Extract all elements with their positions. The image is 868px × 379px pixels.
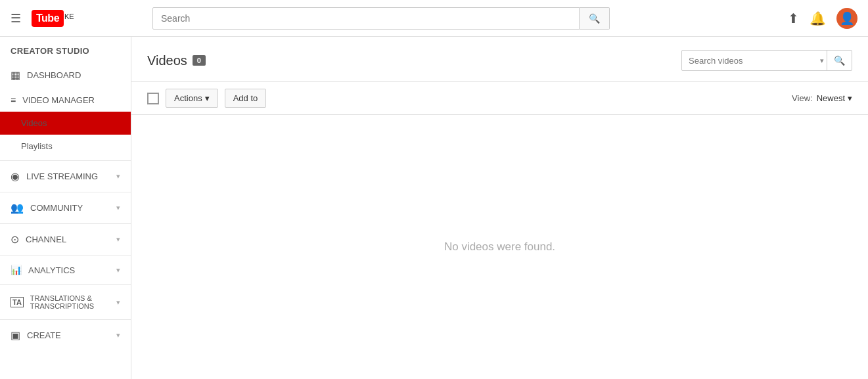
topnav-search: 🔍 (152, 7, 777, 30)
topnav: ☰ Tube KE 🔍 ⬆ 🔔 👤 (0, 0, 868, 37)
view-label: View: (792, 93, 813, 103)
sidebar-item-community[interactable]: 👥 COMMUNITY ▾ (0, 195, 131, 221)
sidebar-videos-label: Videos (21, 118, 120, 128)
sidebar-item-playlists[interactable]: Playlists (0, 135, 131, 158)
toolbar-right: View: Newest ▾ (792, 93, 852, 103)
sidebar-community-label: COMMUNITY (30, 203, 110, 213)
hamburger-icon[interactable]: ☰ (11, 11, 21, 26)
analytics-icon: 📊 (11, 265, 22, 275)
actions-chevron-icon: ▾ (205, 93, 210, 103)
yt-logo-box: Tube (32, 10, 64, 27)
sidebar: CREATOR STUDIO ▦ DASHBOARD ≡ VIDEO MANAG… (0, 37, 131, 379)
topnav-right: ⬆ 🔔 👤 (788, 8, 857, 29)
layout: CREATOR STUDIO ▦ DASHBOARD ≡ VIDEO MANAG… (0, 37, 868, 379)
sidebar-divider-5 (0, 284, 131, 285)
actions-label: Actions (174, 93, 202, 103)
view-option-chevron-icon: ▾ (848, 93, 852, 103)
yt-logo-country: KE (64, 12, 74, 20)
view-option-label: Newest (817, 93, 845, 103)
topnav-left: ☰ Tube KE (11, 10, 142, 27)
sidebar-item-dashboard[interactable]: ▦ DASHBOARD (0, 62, 131, 88)
channel-icon: ⊙ (11, 233, 19, 246)
videos-count-badge: 0 (193, 55, 206, 66)
main-search-input[interactable] (153, 8, 579, 29)
chevron-icon: ▾ (116, 235, 120, 244)
youtube-logo[interactable]: Tube KE (32, 10, 74, 27)
add-to-button[interactable]: Add to (225, 89, 267, 108)
videos-search-button[interactable]: 🔍 (827, 51, 852, 70)
sidebar-item-analytics[interactable]: 📊 ANALYTICS ▾ (0, 258, 131, 282)
sidebar-translations-label: TRANSLATIONS & TRANSCRIPTIONS (30, 294, 110, 310)
content-area: No videos were found. (131, 115, 868, 379)
sidebar-item-videos[interactable]: Videos (0, 112, 131, 135)
upload-icon[interactable]: ⬆ (788, 11, 799, 26)
toolbar: Actions ▾ Add to View: Newest ▾ (131, 82, 868, 115)
sidebar-item-live-streaming[interactable]: ◉ LIVE STREAMING ▾ (0, 164, 131, 189)
chevron-icon: ▾ (116, 172, 120, 181)
main-content: Videos 0 ▾ 🔍 Actions ▾ Add to View: (131, 37, 868, 379)
sidebar-live-streaming-label: LIVE STREAMING (26, 171, 110, 181)
chevron-icon: ▾ (116, 266, 120, 275)
avatar[interactable]: 👤 (836, 8, 857, 29)
sidebar-item-create[interactable]: ▣ CREATE ▾ (0, 323, 131, 348)
videos-title: Videos 0 (147, 53, 206, 68)
view-select[interactable]: Newest ▾ (817, 93, 852, 103)
dashboard-icon: ▦ (11, 69, 20, 81)
sidebar-divider-6 (0, 319, 131, 320)
sidebar-video-manager-label: VIDEO MANAGER (22, 95, 120, 105)
sidebar-item-translations[interactable]: TA TRANSLATIONS & TRANSCRIPTIONS ▾ (0, 288, 131, 317)
sidebar-divider-4 (0, 255, 131, 256)
chevron-icon: ▾ (116, 204, 120, 212)
search-input-wrapper (152, 7, 580, 30)
sidebar-channel-label: CHANNEL (26, 234, 110, 244)
creator-studio-label: CREATOR STUDIO (0, 37, 131, 62)
video-manager-icon: ≡ (11, 95, 16, 105)
sidebar-playlists-label: Playlists (21, 141, 120, 151)
no-videos-message: No videos were found. (444, 240, 555, 254)
sidebar-item-video-manager[interactable]: ≡ VIDEO MANAGER (0, 88, 131, 112)
sidebar-item-channel[interactable]: ⊙ CHANNEL ▾ (0, 227, 131, 252)
toolbar-left: Actions ▾ Add to (147, 89, 266, 108)
videos-header: Videos 0 ▾ 🔍 (131, 37, 868, 82)
videos-title-text: Videos (147, 53, 187, 68)
chevron-icon: ▾ (116, 331, 120, 340)
community-icon: 👥 (11, 202, 24, 214)
sidebar-divider-2 (0, 192, 131, 192)
live-streaming-icon: ◉ (11, 170, 20, 183)
main-search-button[interactable]: 🔍 (580, 7, 610, 30)
videos-search-input[interactable] (682, 51, 817, 70)
translations-icon: TA (11, 297, 24, 307)
sidebar-analytics-label: ANALYTICS (28, 265, 110, 275)
actions-button[interactable]: Actions ▾ (166, 89, 218, 108)
sidebar-divider-3 (0, 223, 131, 224)
chevron-icon: ▾ (116, 298, 120, 307)
sidebar-dashboard-label: DASHBOARD (27, 70, 120, 80)
notifications-icon[interactable]: 🔔 (810, 11, 826, 26)
select-all-checkbox[interactable] (147, 93, 159, 104)
sidebar-create-label: CREATE (27, 330, 110, 340)
videos-search-wrapper: ▾ 🔍 (681, 50, 852, 71)
create-icon: ▣ (11, 329, 20, 342)
videos-search-dropdown[interactable]: ▾ (817, 56, 827, 65)
sidebar-divider-1 (0, 160, 131, 161)
